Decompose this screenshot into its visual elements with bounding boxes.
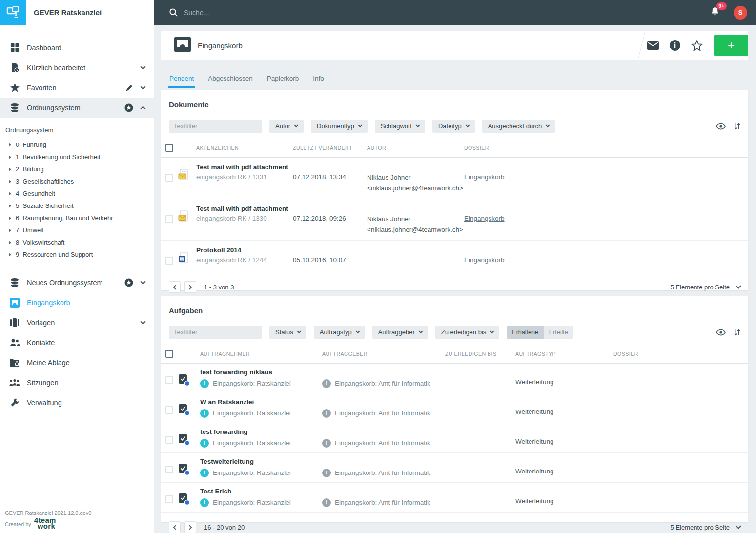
row-checkbox[interactable] xyxy=(165,257,173,265)
tree-expand-icon[interactable] xyxy=(9,180,11,184)
chevron-up-icon[interactable] xyxy=(140,106,145,111)
sidebar-item-favorites[interactable]: Favoriten xyxy=(0,78,154,98)
tree-item-2[interactable]: 2. Bildung xyxy=(0,163,154,175)
tree-expand-icon[interactable] xyxy=(9,192,11,196)
column-header[interactable]: ZULETZT VERÄNDERT xyxy=(293,145,367,151)
filter-schlagwort[interactable]: Schlagwort xyxy=(375,120,425,133)
tree-expand-icon[interactable] xyxy=(9,155,11,159)
sidebar-item-meine-ablage[interactable]: Meine Ablage xyxy=(0,352,154,372)
row-checkbox[interactable] xyxy=(165,376,173,384)
filter-ausgecheckt-durch[interactable]: Ausgecheckt durch xyxy=(482,120,555,133)
column-header[interactable]: ZU ERLEDIGEN BIS xyxy=(445,351,515,357)
per-page-select[interactable]: 5 Elemente pro Seite xyxy=(671,284,740,291)
task-title[interactable]: W an Ratskanzlei xyxy=(200,397,322,407)
column-header[interactable]: DOSSIER xyxy=(464,145,748,151)
document-title[interactable]: Test mail with pdf attachment xyxy=(196,204,293,214)
chevron-down-icon[interactable] xyxy=(140,279,145,284)
global-search[interactable] xyxy=(169,8,710,17)
chevron-down-icon[interactable] xyxy=(140,64,145,69)
document-row[interactable]: Test mail with pdf attachment eingangsko… xyxy=(161,158,748,199)
sort-button[interactable] xyxy=(734,123,740,130)
column-header[interactable]: AUFTRAGGEBER xyxy=(322,351,445,357)
tree-expand-icon[interactable] xyxy=(9,167,11,171)
per-page-select[interactable]: 5 Elemente pro Seite xyxy=(671,524,740,531)
sidebar-item-recently-edited[interactable]: Kürzlich bearbeitet xyxy=(0,58,154,78)
favorite-badge-icon[interactable] xyxy=(124,103,133,112)
4teamwork-logo[interactable]: 4team work xyxy=(34,517,56,529)
tab-abgeschlossen[interactable]: Abgeschlossen xyxy=(207,71,254,88)
prev-page-button[interactable] xyxy=(169,281,181,293)
task-title[interactable]: test forwarding xyxy=(200,427,322,437)
chevron-down-icon[interactable] xyxy=(140,84,145,89)
document-title[interactable]: Protokoll 2014 xyxy=(196,246,293,255)
sort-button[interactable] xyxy=(734,328,740,336)
row-checkbox[interactable] xyxy=(165,174,173,182)
toggle-erteilte[interactable]: Erteilte xyxy=(544,326,573,339)
task-row[interactable]: test forwarding IEingangskorb: Ratskanzl… xyxy=(161,423,748,453)
favorite-button[interactable] xyxy=(686,31,708,60)
column-header[interactable]: AUTOR xyxy=(367,145,464,151)
select-all-checkbox[interactable] xyxy=(165,350,173,358)
tree-item-5[interactable]: 5. Soziale Sicherheit xyxy=(0,200,154,212)
chevron-down-icon[interactable] xyxy=(140,319,145,324)
select-all-checkbox[interactable] xyxy=(165,144,173,152)
sidebar-item-ordnungssystem[interactable]: Ordnungssystem xyxy=(0,98,154,118)
favorite-badge-icon[interactable] xyxy=(124,278,133,287)
sidebar-item-verwaltung[interactable]: Verwaltung xyxy=(0,392,154,412)
tree-expand-icon[interactable] xyxy=(9,241,11,245)
row-checkbox[interactable] xyxy=(165,436,173,444)
app-logo-row[interactable]: GEVER Ratskanzlei xyxy=(0,0,154,25)
column-header[interactable]: AUFTRAGSTYP xyxy=(515,351,613,357)
tree-item-7[interactable]: 7. Umwelt xyxy=(0,224,154,236)
filter-zu-erledigen-bis[interactable]: Zu erledigen bis xyxy=(435,326,500,339)
documents-textfilter-input[interactable] xyxy=(169,120,262,133)
row-checkbox[interactable] xyxy=(165,215,173,223)
tree-item-8[interactable]: 8. Volkswirtschaft xyxy=(0,236,154,248)
edit-pencil-icon[interactable] xyxy=(125,84,133,92)
tree-expand-icon[interactable] xyxy=(9,253,11,257)
filter-autor[interactable]: Autor xyxy=(269,120,304,133)
sidebar-item-eingangskorb[interactable]: Eingangskorb xyxy=(0,292,154,312)
column-visibility-button[interactable] xyxy=(716,329,726,336)
info-button[interactable] xyxy=(664,31,686,60)
dossier-link[interactable]: Eingangskorb xyxy=(464,173,505,181)
sidebar-item-sitzungen[interactable]: Sitzungen xyxy=(0,372,154,392)
tree-item-4[interactable]: 4. Gesundheit xyxy=(0,187,154,200)
dossier-link[interactable]: Eingangskorb xyxy=(464,256,505,264)
avatar[interactable]: S xyxy=(734,6,747,20)
task-row[interactable]: Test Erich IEingangskorb: Ratskanzlei IE… xyxy=(161,483,748,512)
sidebar-item-neues-ordnungssystem[interactable]: Neues Ordnungssystem xyxy=(0,272,154,292)
tree-expand-icon[interactable] xyxy=(9,216,11,220)
tree-expand-icon[interactable] xyxy=(9,228,11,232)
tree-heading[interactable]: Ordnungssystem xyxy=(0,125,154,139)
next-page-button[interactable] xyxy=(184,281,196,293)
filter-status[interactable]: Status xyxy=(269,326,306,339)
filter-auftraggeber[interactable]: Auftraggeber xyxy=(372,326,428,339)
filter-dateityp[interactable]: Dateityp xyxy=(432,120,475,133)
row-checkbox[interactable] xyxy=(165,495,173,503)
dossier-link[interactable]: Eingangskorb xyxy=(464,215,505,222)
sidebar-item-vorlagen[interactable]: Vorlagen xyxy=(0,312,154,332)
document-title[interactable]: Test mail with pdf attachment xyxy=(196,163,293,172)
task-row[interactable]: Testweiterleitung IEingangskorb: Ratskan… xyxy=(161,453,748,483)
tab-papierkorb[interactable]: Papierkorb xyxy=(266,71,300,88)
column-header[interactable]: AKTENZEICHEN xyxy=(196,145,293,151)
tree-item-3[interactable]: 3. Gesellschaftliches xyxy=(0,175,154,187)
task-title[interactable]: test forwarding niklaus xyxy=(200,368,322,377)
column-visibility-button[interactable] xyxy=(716,123,726,130)
row-checkbox[interactable] xyxy=(165,466,173,473)
document-row[interactable]: Test mail with pdf attachment eingangsko… xyxy=(161,199,748,241)
tree-item-6[interactable]: 6. Raumplanung, Bau und Verkehr xyxy=(0,212,154,224)
add-button[interactable]: + xyxy=(714,35,748,56)
tasks-textfilter-input[interactable] xyxy=(169,326,262,339)
column-header[interactable]: DOSSIER xyxy=(613,351,748,357)
filter-dokumenttyp[interactable]: Dokumenttyp xyxy=(311,120,368,133)
task-row[interactable]: W an Ratskanzlei IEingangskorb: Ratskanz… xyxy=(161,393,748,423)
row-checkbox[interactable] xyxy=(165,406,173,414)
column-header[interactable]: AUFTRAGNEHMER xyxy=(200,351,322,357)
task-title[interactable]: Testweiterleitung xyxy=(200,457,322,467)
search-input[interactable] xyxy=(184,9,428,17)
tab-pendent[interactable]: Pendent xyxy=(168,71,195,88)
tree-expand-icon[interactable] xyxy=(9,143,11,147)
toggle-erhaltene[interactable]: Erhaltene xyxy=(507,326,544,339)
